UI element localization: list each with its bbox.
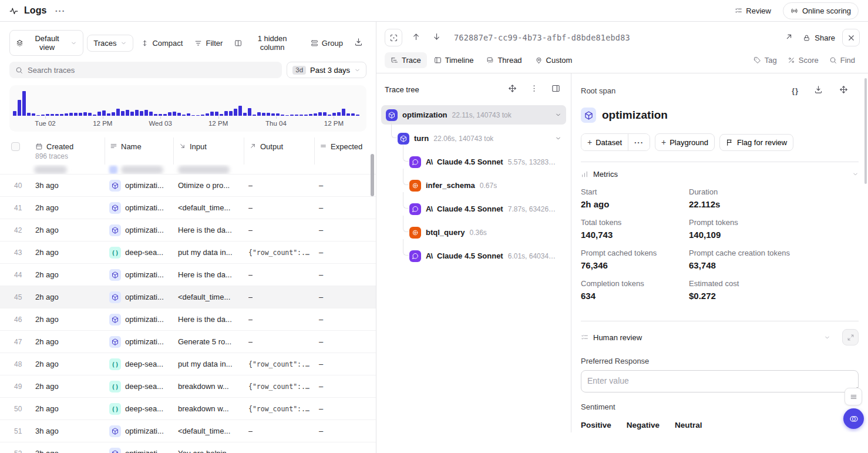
column-header-input[interactable]: Input [173,137,244,165]
column-header-output[interactable]: Output [244,137,314,165]
collapse-chevron-icon[interactable] [555,112,561,118]
table-row[interactable]: 523h agooptimizati...You are helpin...–– [0,442,376,453]
tab-thread[interactable]: Thread [480,52,527,68]
table-row[interactable]: 432h agodeep-sea...put my data in...{"ro… [0,241,376,263]
date-range-selector[interactable]: 3d Past 3 days [287,62,366,78]
dataset-button-group: Dataset [581,133,650,151]
table-row[interactable]: 422h agooptimizati...Here is the da...–– [0,219,376,241]
close-panel-button[interactable] [842,29,860,46]
table-row[interactable]: 492h agodeep-sea...breakdown w...{"row_c… [0,375,376,397]
sentiment-option-negative[interactable]: Negative [627,418,660,432]
table-row[interactable]: 482h agodeep-sea...put my data in...{"ro… [0,353,376,375]
online-scoring-button[interactable]: Online scoring [783,2,859,19]
score-button[interactable]: Score [783,53,823,68]
review-button[interactable]: Review [731,4,775,18]
histogram-bar [215,112,218,116]
select-all-checkbox[interactable] [11,142,20,151]
row-number: 52 [0,442,31,453]
hidden-columns-button[interactable]: 1 hidden column [230,31,303,55]
table-row[interactable]: 442h agooptimizati...Here is the da...–– [0,263,376,286]
focus-span-button[interactable] [385,29,402,46]
list-scrollbar[interactable] [371,154,374,196]
add-to-dataset-button[interactable]: Dataset [581,134,628,150]
add-to-playground-button[interactable]: Playground [655,133,715,151]
column-header-created[interactable]: Created896 traces [31,137,105,165]
span-name: turn [414,134,429,143]
histogram-bar [356,115,359,116]
table-row[interactable]: 502h agodeep-sea...breakdown w...{"row_c… [0,397,376,420]
output-cell: – [244,286,314,308]
span-pan-button[interactable] [837,83,850,98]
input-cell: Here is the da... [173,264,244,286]
open-fullscreen-button[interactable] [782,30,796,45]
compact-button[interactable]: Compact [137,35,187,51]
column-header-expected[interactable]: Expected [314,137,376,165]
checklist-icon [581,334,588,341]
dataset-more-button[interactable] [628,134,650,150]
next-trace-button[interactable] [430,30,443,45]
table-row[interactable]: 513h agooptimizati...<default_time...–– [0,420,376,442]
input-cell: put my data in... [173,241,244,263]
table-row[interactable]: 403h agooptimizati...Otimize o pro...–– [0,174,376,196]
tree-options-button[interactable] [527,82,541,97]
anthropic-logo: A\ [426,157,432,166]
calendar-icon [35,143,43,150]
histogram-bar [248,108,251,116]
plus-icon [661,137,666,147]
tag-button[interactable]: Tag [749,53,782,68]
group-button[interactable]: Group [307,35,347,51]
trace-tree-row[interactable]: optimization22.11s, 140743 tok [381,105,566,125]
flag-for-review-button[interactable]: Flag for review [719,134,793,151]
view-json-button[interactable] [789,84,800,98]
preferred-response-input[interactable] [581,370,859,392]
trace-tree-row[interactable]: turn22.06s, 140743 tok [381,129,566,148]
histogram-bar [55,114,59,116]
download-span-button[interactable] [812,83,825,98]
lock-icon [803,34,810,42]
find-button[interactable]: Find [825,53,860,68]
trace-tree-row[interactable]: A\Claude 4.5 Sonnet6.01s, 64034 tok [381,246,566,266]
table-row[interactable]: 472h agooptimizati...Generate 5 ro...–– [0,330,376,353]
tree-layout-button[interactable] [549,82,563,97]
sentiment-options: PositiveNegativeNeutral [581,418,859,432]
trace-tree-row[interactable]: A\Claude 4.5 Sonnet7.87s, 63426 tok [381,199,566,219]
table-row[interactable]: 462h agooptimizati...Here is the da...–– [0,308,376,330]
llm-icon [409,203,421,215]
prev-trace-button[interactable] [409,30,423,45]
name-cell: optimizati... [105,197,173,219]
mode-selector[interactable]: Traces [87,35,133,52]
assistant-button[interactable] [843,408,864,429]
collapse-chevron-icon[interactable] [555,135,561,142]
table-row[interactable]: 412h agooptimizati...<default_time...–– [0,196,376,219]
tab-trace[interactable]: Trace [385,52,427,68]
column-header-name[interactable]: Name [105,137,173,165]
traces-histogram[interactable]: Tue 0212 PMWed 0312 PMThu 0412 PM [9,85,366,132]
human-review-section-header[interactable]: Human review [581,321,859,353]
share-button[interactable]: Share [803,33,835,42]
created-cell: 2h ago [31,375,105,397]
histogram-bar [65,113,68,116]
tab-timeline[interactable]: Timeline [428,52,480,68]
trace-tree-row[interactable]: infer_schema0.67s [381,176,566,195]
row-number: 42 [0,219,31,241]
table-row[interactable]: 452h agooptimizati...<default_time...–– [0,286,376,308]
detail-scrollbar[interactable] [864,78,867,184]
sentiment-option-neutral[interactable]: Neutral [675,418,702,432]
filter-button[interactable]: Filter [190,35,227,51]
trace-tree-row[interactable]: A\Claude 4.5 Sonnet5.57s, 13283 tok [381,152,566,172]
tab-custom[interactable]: Custom [529,52,578,68]
sentiment-option-positive[interactable]: Positive [581,418,611,432]
metric-item: Prompt cached tokens76,346 [581,249,689,270]
review-queue-button[interactable] [845,388,862,405]
metrics-section-header[interactable]: Metrics [581,162,859,186]
page-more-button[interactable] [53,5,68,17]
histogram-bar [229,111,233,116]
tree-pan-button[interactable] [506,82,519,97]
compact-label: Compact [152,39,183,48]
view-selector[interactable]: Default view [9,30,83,56]
expand-review-button[interactable] [842,329,859,345]
trace-count: 896 traces [35,152,68,160]
trace-tree-row[interactable]: btql_query0.36s [381,223,566,242]
search-input[interactable]: Search traces [9,62,282,78]
export-button[interactable] [351,34,366,52]
